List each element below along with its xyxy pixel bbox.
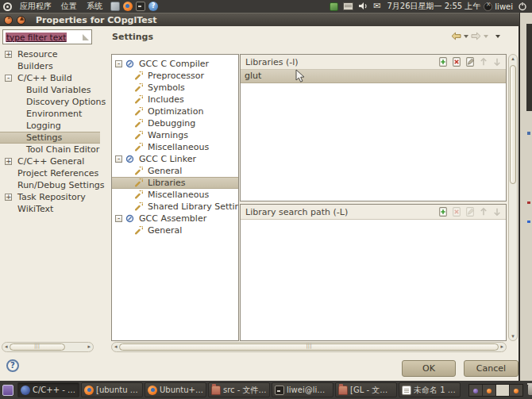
tree-item-assembler-general[interactable]: General bbox=[112, 224, 238, 236]
scroll-right-icon[interactable]: ▸ bbox=[499, 343, 505, 351]
scroll-left-icon[interactable]: ◂ bbox=[3, 343, 10, 351]
tree-item-debugging[interactable]: Debugging bbox=[112, 117, 238, 129]
edit-icon[interactable] bbox=[465, 56, 476, 67]
menu-places[interactable]: 位置 bbox=[56, 0, 82, 13]
tree-item-linker-miscellaneous[interactable]: Miscellaneous bbox=[112, 189, 238, 201]
tree-item-linker-general[interactable]: General bbox=[112, 165, 238, 177]
maximize-icon[interactable]: ▲ bbox=[17, 16, 25, 25]
workspace-4[interactable] bbox=[510, 385, 522, 396]
taskbar-item-terminal[interactable]: liwei@liwe... bbox=[272, 382, 333, 397]
add-icon[interactable] bbox=[438, 206, 449, 217]
tree-item-gcc-c-compiler[interactable]: GCC C Compiler bbox=[112, 58, 238, 70]
sidebar-item-resource[interactable]: Resource bbox=[0, 48, 100, 60]
tree-item-optimization[interactable]: Optimization bbox=[112, 106, 238, 117]
sidebar-item-run-debug-settings[interactable]: Run/Debug Settings bbox=[0, 179, 100, 191]
workspace-2[interactable] bbox=[483, 385, 496, 396]
power-icon[interactable] bbox=[518, 2, 527, 11]
collapse-icon[interactable] bbox=[5, 75, 12, 82]
sidebar-item-tool-chain-editor[interactable]: Tool Chain Editor bbox=[0, 144, 100, 155]
mail-icon[interactable]: ✉ bbox=[373, 2, 380, 11]
scrollbar-thumb[interactable] bbox=[119, 343, 499, 351]
input-method-icon[interactable] bbox=[343, 2, 353, 10]
taskbar-item-eclipse[interactable]: C/C++ - C... bbox=[17, 382, 79, 397]
sidebar-item-cpp-build[interactable]: C/C++ Build bbox=[0, 72, 100, 84]
menu-applications[interactable]: 应用程序 bbox=[15, 0, 56, 13]
collapse-icon[interactable] bbox=[115, 215, 122, 222]
user-menu[interactable]: liwei bbox=[484, 2, 513, 11]
back-history-icon[interactable] bbox=[464, 35, 468, 38]
tool-settings-tree: GCC C Compiler Preprocessor Symbols Incl… bbox=[111, 54, 239, 341]
taskbar-item-file-browser-src[interactable]: src - 文件浏... bbox=[208, 382, 270, 397]
collapse-icon[interactable] bbox=[115, 155, 122, 163]
tree-item-shared-library-settings[interactable]: Shared Library Settings bbox=[112, 201, 238, 213]
sidebar-item-environment[interactable]: Environment bbox=[0, 108, 100, 120]
ok-button[interactable]: OK bbox=[402, 360, 456, 377]
collapse-icon[interactable] bbox=[115, 60, 122, 67]
taskbar-item-firefox-2[interactable]: Ubuntu+Ec... bbox=[145, 382, 206, 397]
terminal-icon bbox=[275, 386, 284, 395]
sidebar-item-discovery-options[interactable]: Discovery Options bbox=[0, 96, 100, 108]
show-desktop-icon[interactable] bbox=[2, 385, 13, 396]
main-hscrollbar[interactable]: ◂ ▸ bbox=[111, 342, 507, 352]
workspace-3[interactable] bbox=[496, 385, 510, 396]
expand-icon[interactable] bbox=[5, 158, 12, 165]
filter-input[interactable]: type filter text bbox=[2, 29, 92, 44]
scroll-up-icon[interactable]: ▴ bbox=[509, 56, 517, 62]
scroll-left-icon[interactable]: ◂ bbox=[113, 343, 119, 351]
help-button[interactable]: ? bbox=[6, 359, 19, 372]
view-menu-icon[interactable] bbox=[495, 35, 500, 38]
sidebar-item-builders[interactable]: Builders bbox=[0, 60, 100, 72]
trash-icon[interactable] bbox=[528, 385, 532, 395]
background-window-edge[interactable] bbox=[519, 13, 532, 381]
sidebar-item-wikitext[interactable]: WikiText bbox=[0, 203, 100, 215]
scroll-down-icon[interactable]: ▾ bbox=[509, 333, 517, 340]
search-path-title: Library search path (-L) bbox=[245, 207, 348, 217]
expand-icon[interactable] bbox=[5, 194, 12, 201]
window-title: Properties for COpglTest bbox=[36, 15, 157, 25]
updates-icon[interactable] bbox=[330, 2, 338, 11]
tree-item-warnings[interactable]: Warnings bbox=[112, 129, 238, 141]
add-icon[interactable] bbox=[438, 56, 449, 67]
firefox-icon[interactable] bbox=[123, 2, 133, 11]
window-titlebar[interactable]: ✕ ▲ Properties for COpglTest bbox=[0, 13, 519, 26]
sidebar-item-logging[interactable]: Logging bbox=[0, 120, 100, 132]
sidebar-item-settings[interactable]: Settings bbox=[0, 132, 100, 144]
ubuntu-logo-icon[interactable] bbox=[3, 2, 12, 11]
scrollbar-thumb[interactable] bbox=[510, 65, 516, 184]
taskbar-item-firefox-1[interactable]: [ubuntu op... bbox=[81, 382, 143, 397]
terminal-icon[interactable] bbox=[136, 2, 145, 11]
workspace-1[interactable] bbox=[469, 385, 483, 396]
sidebar-hscrollbar[interactable]: ◂ ▸ bbox=[2, 342, 94, 352]
menu-system[interactable]: 系统 bbox=[82, 0, 107, 13]
main-vscrollbar[interactable]: ▴ ▾ bbox=[508, 54, 518, 341]
tree-item-compiler-miscellaneous[interactable]: Miscellaneous bbox=[112, 141, 238, 153]
tree-item-symbols[interactable]: Symbols bbox=[112, 82, 238, 94]
help-icon[interactable]: ? bbox=[148, 2, 158, 11]
clock[interactable]: 7月26日星期一 2:55 上午 bbox=[387, 1, 480, 12]
scroll-right-icon[interactable]: ▸ bbox=[86, 343, 92, 351]
workspace-switcher[interactable] bbox=[468, 384, 523, 397]
clear-filter-icon[interactable] bbox=[83, 34, 89, 40]
cancel-button[interactable]: Cancel bbox=[464, 360, 519, 377]
taskbar-item-document[interactable]: 未命名 1 - ... bbox=[399, 382, 461, 397]
notes-icon[interactable] bbox=[110, 2, 120, 11]
close-icon[interactable]: ✕ bbox=[4, 16, 13, 25]
tree-item-libraries[interactable]: Libraries bbox=[112, 177, 238, 189]
tree-item-gcc-assembler[interactable]: GCC Assembler bbox=[112, 213, 238, 224]
tool-icon bbox=[125, 155, 134, 163]
tree-item-includes[interactable]: Includes bbox=[112, 94, 238, 106]
tree-item-gcc-c-linker[interactable]: GCC C Linker bbox=[112, 153, 238, 165]
back-icon[interactable] bbox=[451, 32, 461, 40]
scrollbar-thumb[interactable] bbox=[10, 343, 65, 351]
taskbar-item-file-browser-gl[interactable]: [GL - 文件浏... bbox=[335, 382, 397, 397]
library-list-item[interactable]: glut bbox=[241, 70, 506, 83]
volume-icon[interactable] bbox=[358, 2, 368, 11]
sidebar-item-cpp-general[interactable]: C/C++ General bbox=[0, 155, 100, 167]
expand-icon[interactable] bbox=[5, 51, 12, 58]
sidebar-item-build-variables[interactable]: Build Variables bbox=[0, 84, 100, 96]
sidebar-item-project-references[interactable]: Project References bbox=[0, 167, 100, 179]
move-up-icon bbox=[478, 206, 489, 217]
sidebar-item-task-repository[interactable]: Task Repository bbox=[0, 191, 100, 203]
delete-icon[interactable] bbox=[451, 56, 462, 67]
tree-item-preprocessor[interactable]: Preprocessor bbox=[112, 70, 238, 82]
